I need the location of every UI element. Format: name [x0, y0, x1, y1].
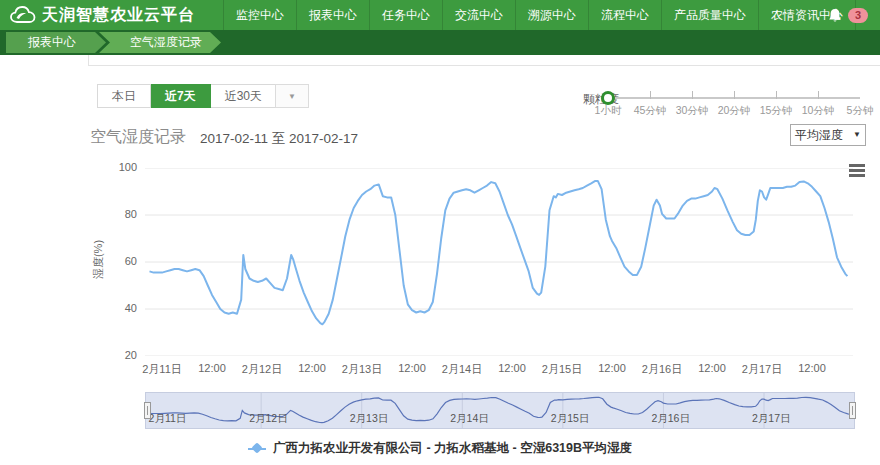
y-tick-80: 80 — [103, 208, 137, 220]
slider-option-5分钟[interactable]: 5分钟 — [838, 104, 880, 118]
panel-left-border — [88, 55, 89, 66]
brand-title: 天润智慧农业云平台 — [42, 5, 195, 26]
chart-navigator[interactable]: 2月11日2月12日2月13日2月14日2月15日2月16日2月17日 — [145, 392, 855, 429]
slider-option-20分钟[interactable]: 20分钟 — [712, 104, 756, 118]
chevron-down-icon: ▼ — [288, 92, 296, 101]
chart-legend[interactable]: 广西力拓农业开发有限公司 - 力拓水稻基地 - 空湿6319B平均湿度 — [0, 440, 880, 457]
nav-item-流程中心[interactable]: 流程中心 — [588, 0, 661, 30]
bell-icon[interactable] — [828, 8, 842, 23]
slider-option-45分钟[interactable]: 45分钟 — [628, 104, 672, 118]
navigator-left-handle[interactable] — [144, 402, 151, 419]
range-dropdown-button[interactable]: ▼ — [275, 84, 309, 108]
range-button-本日[interactable]: 本日 — [97, 84, 151, 108]
legend-marker-icon — [248, 444, 266, 453]
range-button-近7天[interactable]: 近7天 — [151, 84, 211, 108]
nav-item-任务中心[interactable]: 任务中心 — [369, 0, 442, 30]
nav-item-报表中心[interactable]: 报表中心 — [296, 0, 369, 30]
navigator-day-2月17日: 2月17日 — [752, 412, 791, 426]
nav-item-产品质量中心[interactable]: 产品质量中心 — [661, 0, 758, 30]
navigator-day-2月15日: 2月15日 — [551, 412, 590, 426]
slider-tick-20分钟[interactable] — [734, 91, 735, 99]
slider-tick-30分钟[interactable] — [692, 91, 693, 99]
metric-select-value: 平均湿度 — [795, 125, 843, 145]
slider-option-10分钟[interactable]: 10分钟 — [796, 104, 840, 118]
humidity-line-chart[interactable] — [145, 168, 853, 356]
range-button-近30天[interactable]: 近30天 — [211, 84, 277, 108]
navigator-day-2月11日: 2月11日 — [149, 412, 187, 426]
notification-badge[interactable]: 3 — [848, 8, 868, 23]
top-navbar: 天润智慧农业云平台 监控中心报表中心任务中心交流中心溯源中心流程中心产品质量中心… — [0, 0, 880, 30]
navigator-day-2月12日: 2月12日 — [249, 412, 288, 426]
y-tick-40: 40 — [103, 302, 137, 314]
slider-tick-45分钟[interactable] — [650, 91, 651, 99]
legend-label: 广西力拓农业开发有限公司 - 力拓水稻基地 - 空湿6319B平均湿度 — [273, 440, 632, 457]
y-tick-60: 60 — [103, 255, 137, 267]
select-arrow-icon: ▼ — [853, 125, 861, 145]
navigator-day-2月13日: 2月13日 — [350, 412, 389, 426]
x-tick-12:00: 12:00 — [782, 362, 842, 374]
breadcrumb-item-air-humidity[interactable]: 空气湿度记录 — [99, 32, 221, 53]
date-range-button-group: 本日近7天近30天 — [97, 84, 277, 108]
slider-tick-10分钟[interactable] — [818, 91, 819, 99]
slider-option-1小时[interactable]: 1小时 — [586, 104, 630, 118]
cloud-leaf-icon — [10, 6, 36, 24]
metric-select[interactable]: 平均湿度 ▼ — [790, 124, 866, 146]
slider-option-15分钟[interactable]: 15分钟 — [754, 104, 798, 118]
nav-item-交流中心[interactable]: 交流中心 — [442, 0, 515, 30]
granularity-slider-handle[interactable] — [601, 91, 615, 105]
y-tick-20: 20 — [103, 349, 137, 361]
page-title: 空气湿度记录 — [90, 127, 186, 148]
y-tick-100: 100 — [103, 161, 137, 173]
panel-top-border — [88, 65, 880, 66]
nav-right: 3 — [828, 0, 868, 30]
nav-item-溯源中心[interactable]: 溯源中心 — [515, 0, 588, 30]
navigator-day-2月14日: 2月14日 — [450, 412, 489, 426]
nav-menu: 监控中心报表中心任务中心交流中心溯源中心流程中心产品质量中心农情资讯中心 — [223, 0, 856, 30]
export-menu-icon[interactable] — [849, 164, 865, 179]
slider-tick-15分钟[interactable] — [776, 91, 777, 99]
breadcrumb-item-report-center[interactable]: 报表中心 — [6, 32, 106, 53]
navigator-day-2月16日: 2月16日 — [651, 412, 690, 426]
humidity-series-line — [150, 181, 848, 324]
brand-logo[interactable]: 天润智慧农业云平台 — [0, 5, 195, 26]
air-humidity-report-page: 天润智慧农业云平台 监控中心报表中心任务中心交流中心溯源中心流程中心产品质量中心… — [0, 0, 880, 465]
date-range-text: 2017-02-11 至 2017-02-17 — [200, 130, 358, 148]
navigator-right-handle[interactable] — [849, 402, 856, 419]
breadcrumb: 报表中心 空气湿度记录 — [0, 30, 880, 55]
nav-item-监控中心[interactable]: 监控中心 — [223, 0, 296, 30]
slider-option-30分钟[interactable]: 30分钟 — [670, 104, 714, 118]
